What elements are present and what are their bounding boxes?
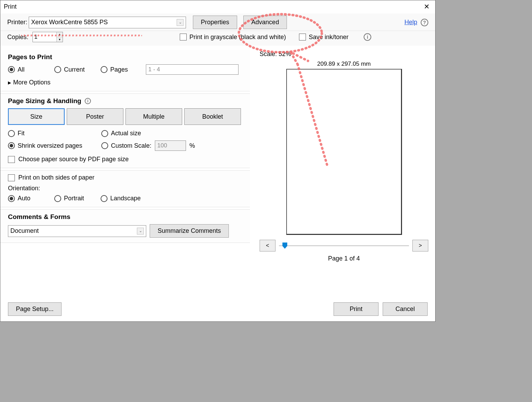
orientation-auto-radio[interactable]	[8, 195, 15, 202]
fit-label: Fit	[18, 130, 25, 137]
pages-current-radio[interactable]	[54, 66, 61, 73]
save-ink-checkbox[interactable]	[299, 34, 306, 40]
choose-source-checkbox[interactable]	[8, 156, 15, 163]
copies-label: Copies:	[7, 34, 28, 41]
triangle-right-icon: ▶	[8, 80, 11, 85]
scale-input[interactable]	[155, 140, 186, 151]
help-link[interactable]: Help	[404, 19, 417, 26]
ink-info-icon[interactable]: i	[364, 33, 371, 41]
duplex-section: Print on both sides of paper Orientation…	[0, 170, 250, 207]
properties-button[interactable]: Properties	[193, 16, 237, 29]
save-ink-label: Save ink/toner	[309, 34, 348, 41]
preview-dimensions: 209.89 x 297.05 mm	[260, 61, 428, 67]
comments-heading: Comments & Forms	[8, 213, 242, 221]
chevron-down-icon: ⌄	[177, 19, 184, 26]
pages-current-label: Current	[64, 66, 85, 73]
chevron-down-icon: ⌄	[137, 228, 144, 235]
dialog-title: Print	[4, 3, 17, 10]
printer-row: Printer: Xerox WorkCentre 5855 PS ⌄ Prop…	[0, 13, 435, 31]
pages-to-print-section: Pages to Print All Current Pages ▶ More …	[0, 50, 250, 91]
orientation-landscape-label: Landscape	[110, 195, 141, 202]
comments-select[interactable]: Document ⌄	[8, 225, 146, 237]
grayscale-label: Print in grayscale (black and white)	[189, 34, 286, 41]
custom-scale-radio[interactable]	[101, 142, 108, 149]
pages-all-label: All	[18, 66, 25, 73]
pages-heading: Pages to Print	[8, 53, 242, 61]
slider-thumb-icon[interactable]	[282, 243, 288, 249]
grayscale-checkbox[interactable]	[180, 34, 187, 40]
printer-label: Printer:	[7, 19, 27, 26]
comments-value: Document	[10, 227, 39, 235]
cancel-button[interactable]: Cancel	[383, 302, 428, 316]
preview-page	[286, 69, 402, 235]
printer-value: Xerox WorkCentre 5855 PS	[31, 19, 108, 26]
size-tab[interactable]: Size	[8, 108, 65, 125]
more-options-label: More Options	[13, 79, 50, 86]
preview-content-text	[287, 70, 401, 75]
comments-section: Comments & Forms Document ⌄ Summarize Co…	[0, 209, 250, 243]
orientation-landscape-radio[interactable]	[101, 195, 108, 202]
advanced-button[interactable]: Advanced	[243, 16, 287, 29]
orientation-auto-label: Auto	[18, 195, 30, 202]
multiple-tab[interactable]: Multiple	[125, 108, 182, 125]
shrink-radio[interactable]	[8, 142, 15, 149]
page-sizing-section: Page Sizing & Handlingi Size Poster Mult…	[0, 93, 250, 168]
booklet-tab[interactable]: Booklet	[184, 108, 241, 125]
print-dialog: Print ✕ Printer: Xerox WorkCentre 5855 P…	[0, 0, 436, 322]
preview-scale-label: Scale: 52%	[260, 51, 428, 58]
print-button[interactable]: Print	[334, 302, 379, 316]
percent-label: %	[189, 142, 195, 149]
both-sides-checkbox[interactable]	[8, 174, 15, 181]
preview-nav: < >	[260, 240, 428, 252]
prev-page-button[interactable]: <	[260, 240, 276, 252]
svg-marker-0	[282, 243, 287, 249]
titlebar: Print ✕	[0, 0, 435, 13]
orientation-portrait-label: Portrait	[64, 195, 84, 202]
sizing-mode-tabs: Size Poster Multiple Booklet	[8, 108, 242, 125]
pages-all-radio[interactable]	[8, 66, 15, 73]
choose-source-label: Choose paper source by PDF page size	[18, 156, 129, 163]
summarize-comments-button[interactable]: Summarize Comments	[150, 224, 229, 238]
more-options-toggle[interactable]: ▶ More Options	[8, 79, 242, 86]
sizing-heading: Page Sizing & Handlingi	[8, 97, 242, 105]
next-page-button[interactable]: >	[412, 240, 428, 252]
both-sides-label: Print on both sides of paper	[18, 174, 94, 181]
preview-slider[interactable]	[279, 242, 409, 249]
main-area: Pages to Print All Current Pages ▶ More …	[0, 46, 435, 299]
page-setup-button[interactable]: Page Setup...	[8, 302, 62, 316]
copies-input[interactable]	[33, 32, 56, 42]
custom-scale-label: Custom Scale:	[111, 142, 151, 149]
orientation-portrait-radio[interactable]	[54, 195, 61, 202]
printer-select[interactable]: Xerox WorkCentre 5855 PS ⌄	[29, 17, 186, 28]
pages-range-input[interactable]	[146, 64, 239, 75]
copies-up-icon[interactable]: ▲	[57, 32, 63, 37]
orientation-label: Orientation:	[8, 185, 242, 192]
help-info-icon[interactable]: ?	[421, 19, 428, 26]
copies-down-icon[interactable]: ▼	[57, 37, 63, 42]
preview-panel: Scale: 52% 209.89 x 297.05 mm < > Page 1…	[250, 46, 435, 299]
close-icon[interactable]: ✕	[422, 2, 432, 11]
left-panel: Pages to Print All Current Pages ▶ More …	[0, 46, 250, 299]
fit-radio[interactable]	[8, 130, 15, 137]
actual-size-radio[interactable]	[101, 130, 108, 137]
shrink-label: Shrink oversized pages	[18, 142, 82, 149]
actual-size-label: Actual size	[111, 130, 141, 137]
footer: Page Setup... Print Cancel	[0, 299, 435, 321]
copies-row: Copies: ▲ ▼ Print in grayscale (black an…	[0, 31, 435, 46]
poster-tab[interactable]: Poster	[67, 108, 123, 125]
pages-range-label: Pages	[110, 66, 128, 73]
sizing-info-icon[interactable]: i	[85, 98, 91, 104]
page-of-label: Page 1 of 4	[260, 255, 428, 262]
pages-range-radio[interactable]	[101, 66, 108, 73]
copies-spinbox[interactable]: ▲ ▼	[32, 32, 63, 42]
